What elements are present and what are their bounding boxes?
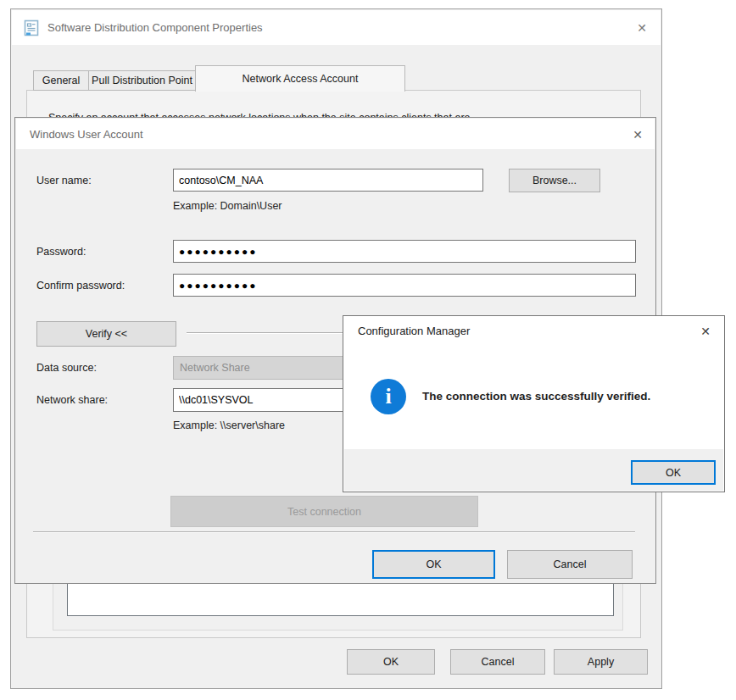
properties-title: Software Distribution Component Properti… bbox=[47, 21, 263, 34]
test-connection-label: Test connection bbox=[287, 506, 361, 518]
tab-general[interactable]: General bbox=[33, 70, 89, 91]
properties-app-icon bbox=[23, 19, 40, 36]
user-name-label: User name: bbox=[36, 175, 92, 186]
verify-button[interactable]: Verify << bbox=[36, 321, 176, 347]
test-connection-button[interactable]: Test connection bbox=[170, 496, 478, 527]
password-input[interactable] bbox=[173, 240, 636, 263]
confirm-password-label: Confirm password: bbox=[36, 280, 125, 292]
screenshot-root: Software Distribution Component Properti… bbox=[0, 0, 736, 700]
msgbox-ok-button[interactable]: OK bbox=[631, 460, 716, 485]
browse-button[interactable]: Browse... bbox=[509, 169, 600, 192]
account-dialog-title: Windows User Account bbox=[30, 128, 143, 141]
verify-label: Verify << bbox=[86, 328, 127, 340]
user-name-example: Example: Domain\User bbox=[173, 200, 282, 212]
tab-general-label: General bbox=[42, 75, 80, 86]
user-name-input[interactable] bbox=[173, 169, 483, 192]
account-ok-button[interactable]: OK bbox=[372, 550, 495, 579]
info-icon-glyph: i bbox=[385, 384, 391, 409]
properties-ok-label: OK bbox=[383, 656, 399, 668]
msgbox-title: Configuration Manager bbox=[358, 325, 470, 337]
data-source-value: Network Share bbox=[180, 362, 250, 374]
msgbox-footer: OK bbox=[344, 449, 723, 491]
account-close-icon[interactable]: ✕ bbox=[623, 129, 652, 141]
account-titlebar: Windows User Account ✕ bbox=[16, 119, 655, 149]
password-label: Password: bbox=[36, 246, 86, 258]
data-source-label: Data source: bbox=[36, 362, 97, 374]
info-icon: i bbox=[371, 379, 406, 414]
properties-close-icon[interactable]: ✕ bbox=[627, 22, 656, 34]
confirm-password-input[interactable] bbox=[173, 274, 636, 297]
msgbox-message: The connection was successfully verified… bbox=[422, 390, 650, 403]
configuration-manager-msgbox: Configuration Manager ✕ i The connection… bbox=[343, 315, 725, 492]
properties-titlebar: Software Distribution Component Properti… bbox=[12, 10, 661, 45]
properties-apply-label: Apply bbox=[588, 656, 614, 668]
network-share-example: Example: \\server\share bbox=[173, 419, 285, 431]
tab-network-access-account-label: Network Access Account bbox=[243, 73, 359, 85]
msgbox-close-icon[interactable]: ✕ bbox=[691, 325, 720, 337]
tab-pull-distribution-point[interactable]: Pull Distribution Point bbox=[88, 70, 196, 91]
properties-cancel-label: Cancel bbox=[482, 656, 515, 668]
tab-network-access-account[interactable]: Network Access Account bbox=[195, 65, 405, 92]
properties-cancel-button[interactable]: Cancel bbox=[450, 649, 545, 675]
network-share-label: Network share: bbox=[36, 394, 108, 406]
account-ok-label: OK bbox=[426, 558, 441, 570]
properties-ok-button[interactable]: OK bbox=[347, 649, 435, 675]
account-cancel-button[interactable]: Cancel bbox=[507, 550, 633, 579]
msgbox-titlebar: Configuration Manager ✕ bbox=[344, 317, 723, 344]
browse-label: Browse... bbox=[532, 175, 577, 186]
footer-divider bbox=[33, 531, 635, 533]
properties-apply-button[interactable]: Apply bbox=[554, 649, 648, 675]
tab-pull-distribution-point-label: Pull Distribution Point bbox=[92, 75, 192, 86]
account-cancel-label: Cancel bbox=[554, 558, 587, 570]
msgbox-ok-label: OK bbox=[666, 467, 681, 479]
